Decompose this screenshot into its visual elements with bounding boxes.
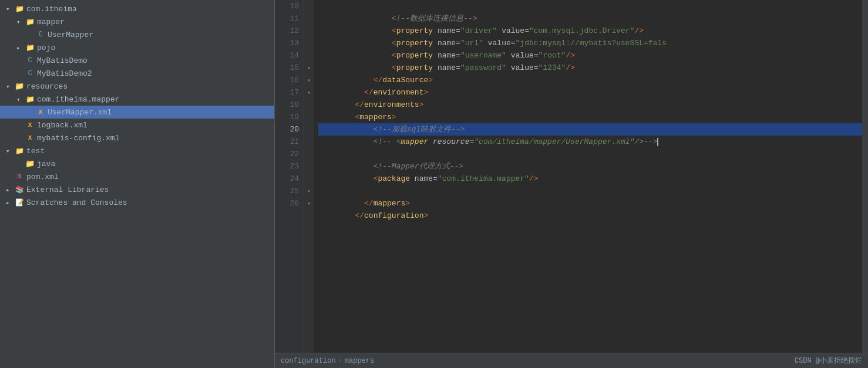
sidebar-label: com.itheima — [26, 5, 77, 13]
breadcrumb-item-mappers[interactable]: mappers — [345, 357, 374, 365]
sidebar-label: mybatis-config.xml — [37, 134, 119, 143]
fold-marker-25[interactable]: ▾ — [304, 185, 314, 197]
fold-marker-10 — [304, 0, 314, 12]
sidebar-label: External Libraries — [26, 185, 109, 194]
scrollbar[interactable] — [862, 0, 868, 353]
fold-marker-24 — [304, 173, 314, 185]
breadcrumb-separator: › — [338, 357, 342, 365]
sidebar-label: Scratches and Consoles — [26, 198, 127, 207]
fold-marker-11 — [304, 12, 314, 25]
code-line-25: </mappers> — [318, 185, 862, 197]
scratches-icon: 📝 — [14, 197, 25, 208]
sidebar-label: UserMapper.xml — [48, 108, 112, 117]
editor-panel: 10 11 12 13 14 15 16 17 18 19 20 21 22 2… — [275, 0, 868, 368]
fold-marker-22 — [304, 148, 314, 160]
code-area[interactable]: 10 11 12 13 14 15 16 17 18 19 20 21 22 2… — [275, 0, 868, 353]
sidebar-label: pom.xml — [26, 173, 59, 181]
sidebar-item-external-libraries[interactable]: 📚 External Libraries — [0, 183, 274, 196]
sidebar-item-mybatisdemo[interactable]: C MyBatisDemo — [0, 54, 274, 67]
sidebar-label: MyBatisDemo2 — [37, 69, 92, 78]
resources-icon: 📁 — [14, 81, 25, 92]
watermark: CSDN @小袁拒绝摆烂 — [795, 356, 862, 366]
sidebar-item-usermapper[interactable]: C UserMapper — [0, 28, 274, 41]
sidebar: 📁 com.itheima 📁 mapper C UserMapper 📁 po… — [0, 0, 275, 368]
line-numbers: 10 11 12 13 14 15 16 17 18 19 20 21 22 2… — [275, 0, 304, 353]
folder-icon: 📁 — [14, 4, 25, 14]
sidebar-item-usermapper-xml[interactable]: X UserMapper.xml — [0, 106, 274, 119]
fold-marker-14 — [304, 49, 314, 62]
sidebar-label: mapper — [37, 18, 65, 26]
code-lines[interactable]: <!--数据库连接信息--> <property name="driver" v… — [314, 0, 862, 353]
fold-marker-19 — [304, 111, 314, 123]
project-tree: 📁 com.itheima 📁 mapper C UserMapper 📁 po… — [0, 0, 274, 368]
folder-icon: 📁 — [25, 42, 35, 53]
code-line-22: <!--Mapper代理方式--> — [318, 148, 862, 160]
sidebar-item-mybatis-config[interactable]: X mybatis-config.xml — [0, 131, 274, 144]
sidebar-label: com.itheima.mapper — [37, 95, 119, 104]
java-folder-icon: 📁 — [25, 158, 35, 169]
breadcrumb-item-configuration[interactable]: configuration — [281, 357, 336, 365]
fold-marker-15[interactable]: ▾ — [304, 62, 314, 74]
fold-marker-12 — [304, 25, 314, 37]
sidebar-item-mybatisdemo2[interactable]: C MyBatisDemo2 — [0, 67, 274, 80]
sidebar-item-test[interactable]: 📁 test — [0, 144, 274, 157]
class-icon: C — [35, 29, 46, 40]
folder-icon: 📁 — [25, 94, 35, 104]
fold-marker-18 — [304, 99, 314, 111]
sidebar-label: test — [26, 147, 45, 156]
sidebar-item-com-itheima[interactable]: 📁 com.itheima — [0, 2, 274, 15]
fold-marker-16[interactable]: ▾ — [304, 74, 314, 86]
folder-icon: 📁 — [25, 16, 35, 27]
external-libraries-icon: 📚 — [14, 184, 25, 195]
fold-gutters: ▾ ▾ ▾ ▾ ▾ — [304, 0, 314, 353]
code-line-10: <!--数据库连接信息--> — [318, 0, 862, 12]
fold-marker-23 — [304, 160, 314, 173]
xml-icon: X — [25, 133, 35, 143]
fold-marker-20 — [304, 123, 314, 136]
sidebar-item-com-itheima-mapper[interactable]: 📁 com.itheima.mapper — [0, 93, 274, 106]
sidebar-label: resources — [26, 82, 68, 91]
sidebar-label: UserMapper — [48, 31, 93, 39]
xml-icon: X — [35, 107, 46, 117]
breadcrumb: configuration › mappers — [281, 357, 374, 365]
fold-marker-13 — [304, 37, 314, 49]
sidebar-item-mapper-folder[interactable]: 📁 mapper — [0, 15, 274, 28]
sidebar-item-scratches[interactable]: 📝 Scratches and Consoles — [0, 196, 274, 209]
sidebar-item-logback[interactable]: X logback.xml — [0, 119, 274, 131]
sidebar-label: logback.xml — [37, 121, 88, 130]
sidebar-item-resources[interactable]: 📁 resources — [0, 80, 274, 93]
fold-marker-17[interactable]: ▾ — [304, 86, 314, 99]
maven-icon: m — [14, 171, 25, 182]
sidebar-label: MyBatisDemo — [37, 56, 88, 65]
class-icon: C — [25, 68, 35, 79]
sidebar-item-pojo[interactable]: 📁 pojo — [0, 41, 274, 54]
fold-marker-26[interactable]: ▾ — [304, 197, 314, 210]
folder-icon: 📁 — [14, 146, 25, 156]
sidebar-item-pom[interactable]: m pom.xml — [0, 170, 274, 183]
breadcrumb-bar: configuration › mappers CSDN @小袁拒绝摆烂 — [275, 353, 868, 368]
sidebar-item-java[interactable]: 📁 java — [0, 157, 274, 170]
fold-marker-21 — [304, 136, 314, 148]
xml-icon: X — [25, 120, 35, 130]
class-icon: C — [25, 55, 35, 66]
code-line-19: <!--加载sql映射文件--> — [318, 111, 862, 123]
sidebar-label: pojo — [37, 43, 55, 52]
sidebar-label: java — [37, 160, 55, 168]
